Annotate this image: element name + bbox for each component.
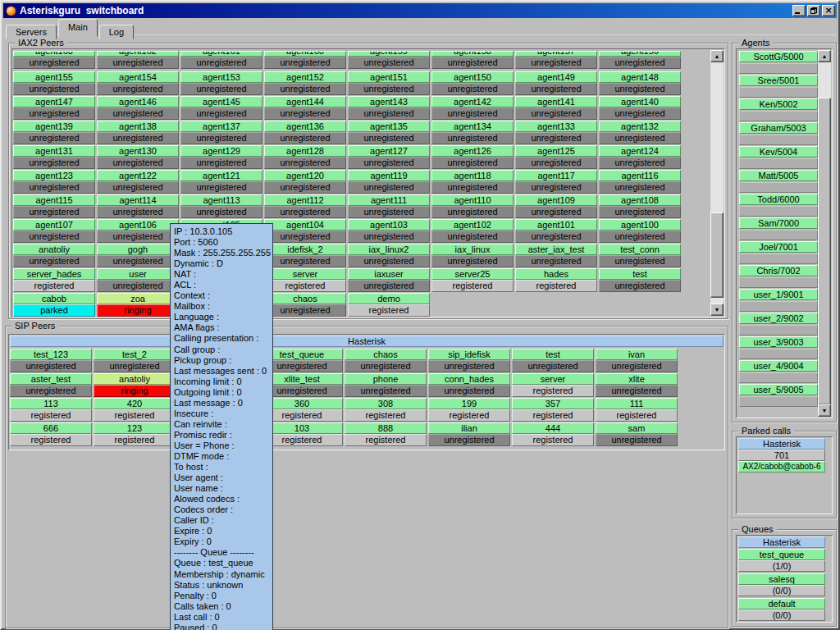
peer-cell-agent128[interactable]: agent128unregistered <box>264 145 346 169</box>
peer-cell-xlite_test[interactable]: xlite_testunregistered <box>261 373 343 397</box>
peer-cell-server25[interactable]: server25registered <box>431 268 514 292</box>
peer-cell-agent104[interactable]: agent104unregistered <box>264 219 346 243</box>
peer-cell-agent136[interactable]: agent136unregistered <box>264 121 346 144</box>
peer-cell-666[interactable]: 666registered <box>10 422 92 446</box>
minimize-button[interactable] <box>792 5 806 16</box>
parked-extension[interactable]: 701 <box>738 450 825 461</box>
peer-cell-cabob[interactable]: cabobparked <box>13 293 95 317</box>
peer-cell-agent118[interactable]: agent118unregistered <box>431 170 514 194</box>
peer-cell-agent131[interactable]: agent131unregistered <box>13 145 95 169</box>
peer-cell-113[interactable]: 113registered <box>10 398 92 422</box>
peer-cell-111[interactable]: 111registered <box>596 398 678 422</box>
peer-cell-agent163[interactable]: agent163unregistered <box>13 51 95 69</box>
peer-cell-agent148[interactable]: agent148unregistered <box>599 71 681 95</box>
peer-cell-420[interactable]: 420registered <box>94 398 176 422</box>
peer-cell-agent134[interactable]: agent134unregistered <box>431 121 514 144</box>
close-button[interactable]: × <box>822 5 835 16</box>
peer-cell-agent135[interactable]: agent135unregistered <box>348 121 430 144</box>
queue-name-salesq[interactable]: salesq <box>738 573 825 585</box>
peer-cell-agent155[interactable]: agent155unregistered <box>13 71 95 95</box>
peer-cell-agent143[interactable]: agent143unregistered <box>348 96 430 120</box>
agent-item-Ken-5002[interactable]: Ken/5002 <box>739 98 818 121</box>
peer-cell-199[interactable]: 199registered <box>428 398 510 422</box>
peer-cell-sam[interactable]: samunregistered <box>596 422 678 446</box>
iax2-scrollbar[interactable]: ▲ ▼ <box>710 50 724 316</box>
agent-item-Matt-5005[interactable]: Matt/5005 <box>739 170 818 193</box>
peer-cell-agent156[interactable]: agent156unregistered <box>599 51 681 69</box>
peer-cell-server_hades[interactable]: server_hadesregistered <box>13 268 95 292</box>
peer-cell-agent124[interactable]: agent124unregistered <box>599 145 681 169</box>
peer-cell-server[interactable]: serverregistered <box>264 268 346 292</box>
parked-channel[interactable]: AX2/cabob@cabob-6 <box>738 461 825 472</box>
peer-cell-444[interactable]: 444registered <box>512 422 594 446</box>
peer-cell-agent130[interactable]: agent130unregistered <box>97 145 179 169</box>
peer-cell-test[interactable]: testunregistered <box>599 268 681 292</box>
peer-cell-agent126[interactable]: agent126unregistered <box>431 145 514 169</box>
peer-cell-test_queue[interactable]: test_queueunregistered <box>261 349 343 372</box>
peer-cell-agent154[interactable]: agent154unregistered <box>97 71 179 95</box>
peer-cell-agent132[interactable]: agent132unregistered <box>599 121 681 144</box>
peer-cell-agent152[interactable]: agent152unregistered <box>264 71 346 95</box>
queue-name-default[interactable]: default <box>738 598 825 609</box>
peer-cell-agent139[interactable]: agent139unregistered <box>13 121 95 144</box>
peer-cell-agent102[interactable]: agent102unregistered <box>431 219 514 243</box>
peer-cell-conn_hades[interactable]: conn_hadesunregistered <box>428 373 510 397</box>
peer-cell-iax_linux[interactable]: iax_linuxunregistered <box>431 244 514 267</box>
peer-cell-agent116[interactable]: agent116unregistered <box>599 170 681 194</box>
restore-button[interactable] <box>807 5 820 16</box>
peer-cell-user[interactable]: userunregistered <box>97 268 179 292</box>
agent-item-Kev-5004[interactable]: Kev/5004 <box>739 146 818 169</box>
peer-cell-sip_idefisk[interactable]: sip_idefiskunregistered <box>428 349 510 372</box>
peer-cell-iax_linux2[interactable]: iax_linux2unregistered <box>348 244 430 267</box>
peer-cell-agent160[interactable]: agent160unregistered <box>264 51 346 69</box>
peer-cell-103[interactable]: 103registered <box>261 422 343 446</box>
agent-item-user_3-9003[interactable]: user_3/9003 <box>739 336 818 359</box>
agent-item-Sree-5001[interactable]: Sree/5001 <box>739 75 818 98</box>
peer-cell-agent127[interactable]: agent127unregistered <box>348 145 430 169</box>
peer-cell-360[interactable]: 360registered <box>261 398 343 422</box>
peer-cell-test_conn[interactable]: test_connunregistered <box>599 244 681 267</box>
peer-cell-123[interactable]: 123registered <box>94 422 176 446</box>
peer-cell-agent107[interactable]: agent107unregistered <box>13 219 95 243</box>
agent-item-Chris-7002[interactable]: Chris/7002 <box>739 265 818 288</box>
peer-cell-agent149[interactable]: agent149unregistered <box>515 71 597 95</box>
agent-item-ScottG-5000[interactable]: ScottG/5000 <box>739 51 818 74</box>
peer-cell-agent162[interactable]: agent162unregistered <box>97 51 179 69</box>
peer-cell-agent161[interactable]: agent161unregistered <box>180 51 262 69</box>
peer-cell-ivan[interactable]: ivanunregistered <box>596 349 678 372</box>
peer-cell-agent150[interactable]: agent150unregistered <box>431 71 514 95</box>
peer-cell-agent111[interactable]: agent111unregistered <box>348 194 430 218</box>
scroll-up-icon[interactable]: ▲ <box>710 50 724 62</box>
peer-cell-server[interactable]: serverregistered <box>512 373 594 397</box>
agent-item-user_1-9001[interactable]: user_1/9001 <box>739 289 818 312</box>
peer-cell-agent158[interactable]: agent158unregistered <box>431 51 514 69</box>
peer-cell-agent144[interactable]: agent144unregistered <box>264 96 346 120</box>
tab-log[interactable]: Log <box>99 25 134 39</box>
peer-cell-hades[interactable]: hadesregistered <box>515 268 597 292</box>
peer-cell-agent122[interactable]: agent122unregistered <box>97 170 179 194</box>
peer-cell-agent159[interactable]: agent159unregistered <box>348 51 430 69</box>
peer-cell-anatoliy[interactable]: anatoliyringing <box>94 373 176 397</box>
agents-scrollbar-thumb[interactable] <box>818 98 831 405</box>
peer-cell-agent137[interactable]: agent137unregistered <box>180 121 262 144</box>
peer-cell-agent114[interactable]: agent114unregistered <box>97 194 179 218</box>
scroll-down-icon[interactable]: ▼ <box>818 404 831 417</box>
peer-cell-agent103[interactable]: agent103unregistered <box>348 219 430 243</box>
peer-cell-agent141[interactable]: agent141unregistered <box>515 96 597 120</box>
peer-cell-agent151[interactable]: agent151unregistered <box>348 71 430 95</box>
peer-cell-phone[interactable]: phoneunregistered <box>345 373 427 397</box>
peer-cell-agent106[interactable]: agent106unregistered <box>97 219 179 243</box>
peer-cell-agent115[interactable]: agent115unregistered <box>13 194 95 218</box>
peer-cell-agent101[interactable]: agent101unregistered <box>515 219 597 243</box>
agent-item-Graham-5003[interactable]: Graham/5003 <box>739 122 818 145</box>
peer-cell-test_2[interactable]: test_2unregistered <box>94 349 176 372</box>
peer-cell-test_123[interactable]: test_123unregistered <box>10 349 92 372</box>
agent-item-Todd-6000[interactable]: Todd/6000 <box>739 194 818 217</box>
peer-cell-anatoliy[interactable]: anatoliyunregistered <box>13 244 95 267</box>
scroll-up-icon[interactable]: ▲ <box>818 50 831 62</box>
peer-cell-agent108[interactable]: agent108unregistered <box>599 194 681 218</box>
peer-cell-agent129[interactable]: agent129unregistered <box>180 145 262 169</box>
peer-cell-chaos[interactable]: chaosunregistered <box>345 349 427 372</box>
iax2-scrollbar-thumb[interactable] <box>710 212 724 298</box>
peer-cell-chaos[interactable]: chaosunregistered <box>264 293 346 317</box>
